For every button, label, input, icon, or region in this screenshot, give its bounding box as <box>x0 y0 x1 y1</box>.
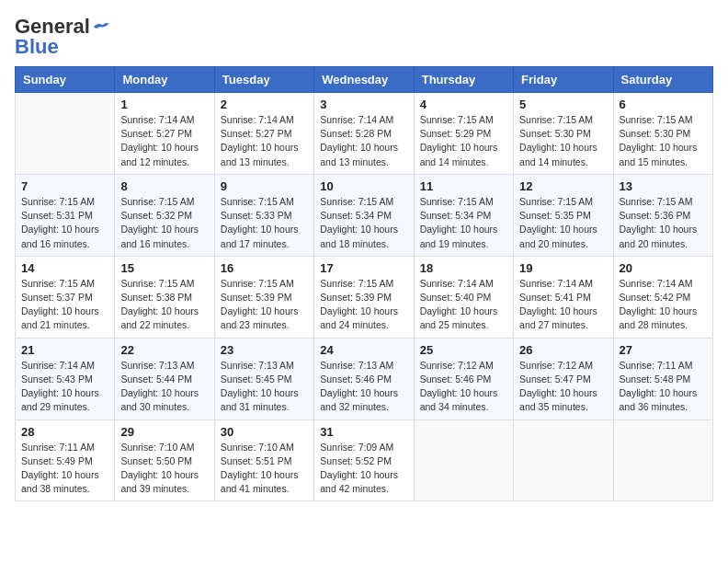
day-number: 8 <box>120 179 208 193</box>
day-number: 10 <box>320 179 407 193</box>
calendar-cell <box>16 93 115 175</box>
day-number: 7 <box>21 179 108 193</box>
calendar-cell: 24Sunrise: 7:13 AM Sunset: 5:46 PM Dayli… <box>314 338 414 419</box>
calendar-cell: 15Sunrise: 7:15 AM Sunset: 5:38 PM Dayli… <box>115 256 214 338</box>
day-number: 18 <box>420 261 507 275</box>
page-header: General Blue <box>15 15 713 59</box>
day-info: Sunrise: 7:15 AM Sunset: 5:32 PM Dayligh… <box>120 195 208 251</box>
calendar-cell: 21Sunrise: 7:14 AM Sunset: 5:43 PM Dayli… <box>16 338 115 419</box>
calendar-cell: 18Sunrise: 7:14 AM Sunset: 5:40 PM Dayli… <box>414 256 513 338</box>
calendar-cell: 30Sunrise: 7:10 AM Sunset: 5:51 PM Dayli… <box>214 419 313 501</box>
day-number: 6 <box>620 98 707 111</box>
calendar-cell: 4Sunrise: 7:15 AM Sunset: 5:29 PM Daylig… <box>414 93 513 175</box>
logo-blue: Blue <box>15 35 59 59</box>
day-number: 4 <box>420 98 507 111</box>
day-number: 26 <box>519 343 607 357</box>
day-info: Sunrise: 7:14 AM Sunset: 5:40 PM Dayligh… <box>420 277 507 333</box>
calendar-cell: 26Sunrise: 7:12 AM Sunset: 5:47 PM Dayli… <box>514 338 613 419</box>
day-info: Sunrise: 7:13 AM Sunset: 5:44 PM Dayligh… <box>120 359 208 415</box>
day-number: 13 <box>620 179 707 193</box>
day-number: 19 <box>519 261 607 275</box>
calendar-cell: 25Sunrise: 7:12 AM Sunset: 5:46 PM Dayli… <box>414 338 513 419</box>
calendar-cell: 29Sunrise: 7:10 AM Sunset: 5:50 PM Dayli… <box>115 419 214 501</box>
calendar-header-saturday: Saturday <box>613 67 712 93</box>
day-number: 25 <box>420 343 507 357</box>
day-number: 28 <box>21 425 108 439</box>
day-info: Sunrise: 7:14 AM Sunset: 5:27 PM Dayligh… <box>120 113 208 169</box>
day-number: 31 <box>320 425 407 439</box>
calendar-cell: 28Sunrise: 7:11 AM Sunset: 5:49 PM Dayli… <box>16 419 115 501</box>
day-number: 12 <box>519 179 607 193</box>
calendar-header-wednesday: Wednesday <box>314 67 414 93</box>
calendar-header-row: SundayMondayTuesdayWednesdayThursdayFrid… <box>16 67 713 93</box>
day-number: 2 <box>221 98 308 111</box>
day-info: Sunrise: 7:12 AM Sunset: 5:46 PM Dayligh… <box>420 359 507 415</box>
day-number: 14 <box>21 261 108 275</box>
logo: General Blue <box>15 15 110 59</box>
day-number: 9 <box>221 179 308 193</box>
day-number: 3 <box>320 98 407 111</box>
calendar-cell: 16Sunrise: 7:15 AM Sunset: 5:39 PM Dayli… <box>214 256 313 338</box>
day-info: Sunrise: 7:14 AM Sunset: 5:41 PM Dayligh… <box>519 277 607 333</box>
calendar-header-friday: Friday <box>514 67 613 93</box>
calendar-cell: 8Sunrise: 7:15 AM Sunset: 5:32 PM Daylig… <box>115 174 214 256</box>
calendar-cell: 14Sunrise: 7:15 AM Sunset: 5:37 PM Dayli… <box>16 256 115 338</box>
calendar-cell: 5Sunrise: 7:15 AM Sunset: 5:30 PM Daylig… <box>514 93 613 175</box>
calendar-header-monday: Monday <box>115 67 214 93</box>
calendar-cell <box>514 419 613 501</box>
day-number: 5 <box>519 98 607 111</box>
calendar-cell: 19Sunrise: 7:14 AM Sunset: 5:41 PM Dayli… <box>514 256 613 338</box>
day-info: Sunrise: 7:15 AM Sunset: 5:39 PM Dayligh… <box>221 277 308 333</box>
week-row-3: 14Sunrise: 7:15 AM Sunset: 5:37 PM Dayli… <box>16 256 713 338</box>
day-number: 15 <box>120 261 208 275</box>
day-number: 30 <box>221 425 308 439</box>
day-info: Sunrise: 7:15 AM Sunset: 5:34 PM Dayligh… <box>420 195 507 251</box>
week-row-1: 1Sunrise: 7:14 AM Sunset: 5:27 PM Daylig… <box>16 93 713 175</box>
day-info: Sunrise: 7:14 AM Sunset: 5:28 PM Dayligh… <box>320 113 407 169</box>
calendar-cell: 9Sunrise: 7:15 AM Sunset: 5:33 PM Daylig… <box>214 174 313 256</box>
calendar-cell: 22Sunrise: 7:13 AM Sunset: 5:44 PM Dayli… <box>115 338 214 419</box>
day-info: Sunrise: 7:14 AM Sunset: 5:27 PM Dayligh… <box>221 113 308 169</box>
day-info: Sunrise: 7:10 AM Sunset: 5:50 PM Dayligh… <box>120 441 208 497</box>
day-number: 29 <box>120 425 208 439</box>
day-info: Sunrise: 7:09 AM Sunset: 5:52 PM Dayligh… <box>320 441 407 497</box>
day-number: 16 <box>221 261 308 275</box>
day-info: Sunrise: 7:12 AM Sunset: 5:47 PM Dayligh… <box>519 359 607 415</box>
calendar-cell: 20Sunrise: 7:14 AM Sunset: 5:42 PM Dayli… <box>613 256 712 338</box>
calendar-header-tuesday: Tuesday <box>214 67 313 93</box>
day-info: Sunrise: 7:15 AM Sunset: 5:33 PM Dayligh… <box>221 195 308 251</box>
week-row-2: 7Sunrise: 7:15 AM Sunset: 5:31 PM Daylig… <box>16 174 713 256</box>
day-number: 27 <box>620 343 707 357</box>
calendar-cell: 3Sunrise: 7:14 AM Sunset: 5:28 PM Daylig… <box>314 93 414 175</box>
calendar-table: SundayMondayTuesdayWednesdayThursdayFrid… <box>15 66 713 501</box>
day-info: Sunrise: 7:15 AM Sunset: 5:35 PM Dayligh… <box>519 195 607 251</box>
day-info: Sunrise: 7:15 AM Sunset: 5:37 PM Dayligh… <box>21 277 108 333</box>
day-info: Sunrise: 7:15 AM Sunset: 5:29 PM Dayligh… <box>420 113 507 169</box>
calendar-cell: 7Sunrise: 7:15 AM Sunset: 5:31 PM Daylig… <box>16 174 115 256</box>
day-info: Sunrise: 7:11 AM Sunset: 5:49 PM Dayligh… <box>21 441 108 497</box>
calendar-cell: 27Sunrise: 7:11 AM Sunset: 5:48 PM Dayli… <box>613 338 712 419</box>
day-info: Sunrise: 7:15 AM Sunset: 5:36 PM Dayligh… <box>620 195 707 251</box>
logo-bird-icon <box>92 20 110 33</box>
calendar-cell: 11Sunrise: 7:15 AM Sunset: 5:34 PM Dayli… <box>414 174 513 256</box>
day-info: Sunrise: 7:13 AM Sunset: 5:46 PM Dayligh… <box>320 359 407 415</box>
calendar-cell <box>613 419 712 501</box>
calendar-header-thursday: Thursday <box>414 67 513 93</box>
calendar-cell: 31Sunrise: 7:09 AM Sunset: 5:52 PM Dayli… <box>314 419 414 501</box>
calendar-cell: 13Sunrise: 7:15 AM Sunset: 5:36 PM Dayli… <box>613 174 712 256</box>
week-row-4: 21Sunrise: 7:14 AM Sunset: 5:43 PM Dayli… <box>16 338 713 419</box>
day-number: 22 <box>120 343 208 357</box>
day-info: Sunrise: 7:15 AM Sunset: 5:39 PM Dayligh… <box>320 277 407 333</box>
calendar-cell: 10Sunrise: 7:15 AM Sunset: 5:34 PM Dayli… <box>314 174 414 256</box>
day-info: Sunrise: 7:15 AM Sunset: 5:30 PM Dayligh… <box>620 113 707 169</box>
calendar-cell: 1Sunrise: 7:14 AM Sunset: 5:27 PM Daylig… <box>115 93 214 175</box>
calendar-cell: 12Sunrise: 7:15 AM Sunset: 5:35 PM Dayli… <box>514 174 613 256</box>
day-number: 17 <box>320 261 407 275</box>
calendar-cell: 6Sunrise: 7:15 AM Sunset: 5:30 PM Daylig… <box>613 93 712 175</box>
day-number: 21 <box>21 343 108 357</box>
day-info: Sunrise: 7:14 AM Sunset: 5:42 PM Dayligh… <box>620 277 707 333</box>
calendar-cell <box>414 419 513 501</box>
day-number: 24 <box>320 343 407 357</box>
day-info: Sunrise: 7:11 AM Sunset: 5:48 PM Dayligh… <box>620 359 707 415</box>
day-number: 11 <box>420 179 507 193</box>
